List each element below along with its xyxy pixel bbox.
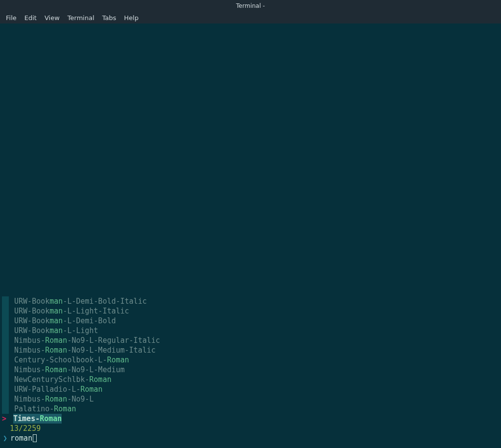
menu-file[interactable]: File xyxy=(2,13,21,23)
fzf-result-row[interactable]: Nimbus-Roman-No9-L-Medium xyxy=(2,365,498,375)
fzf-result-text: Palatino-Roman xyxy=(14,404,76,414)
menu-help[interactable]: Help xyxy=(120,13,143,23)
fzf-result-text: URW-Bookman-L-Demi-Bold-Italic xyxy=(14,296,147,306)
fzf-pane: URW-Bookman-L-Demi-Bold-Italic URW-Bookm… xyxy=(0,296,501,443)
fzf-result-text: Century-Schoolbook-L-Roman xyxy=(14,355,129,365)
fzf-gutter xyxy=(2,365,9,375)
menu-tabs[interactable]: Tabs xyxy=(98,13,120,23)
fzf-result-row[interactable]: URW-Bookman-L-Light-Italic xyxy=(2,306,498,316)
window-title: Terminal - xyxy=(236,2,265,9)
fzf-prompt-row[interactable]: ❯ roman xyxy=(2,433,498,443)
fzf-count: 13/2259 xyxy=(10,424,41,433)
window-titlebar: Terminal - xyxy=(0,0,501,12)
fzf-gutter xyxy=(2,326,9,336)
fzf-result-text: Nimbus-Roman-No9-L-Medium xyxy=(14,365,125,375)
fzf-result-text: Nimbus-Roman-No9-L-Regular-Italic xyxy=(14,336,160,345)
fzf-result-row[interactable]: URW-Bookman-L-Demi-Bold-Italic xyxy=(2,296,498,306)
fzf-gutter xyxy=(2,316,9,326)
fzf-result-row[interactable]: Palatino-Roman xyxy=(2,404,498,414)
fzf-result-row[interactable]: URW-Bookman-L-Demi-Bold xyxy=(2,316,498,326)
fzf-count-row: 13/2259 xyxy=(2,424,498,433)
fzf-gutter xyxy=(2,345,9,355)
fzf-results-list: URW-Bookman-L-Demi-Bold-Italic URW-Bookm… xyxy=(2,296,498,424)
fzf-prompt-icon: ❯ xyxy=(2,433,10,443)
fzf-gutter xyxy=(2,306,9,316)
fzf-result-row[interactable]: > Times-Roman xyxy=(2,414,498,424)
text-cursor-icon xyxy=(33,434,37,442)
fzf-result-row[interactable]: URW-Bookman-L-Light xyxy=(2,326,498,336)
fzf-gutter xyxy=(2,404,9,414)
fzf-gutter xyxy=(2,355,9,365)
fzf-result-row[interactable]: URW-Palladio-L-Roman xyxy=(2,384,498,394)
fzf-result-row[interactable]: NewCenturySchlbk-Roman xyxy=(2,375,498,384)
fzf-result-text: URW-Palladio-L-Roman xyxy=(14,384,103,394)
fzf-query-input[interactable]: roman xyxy=(10,433,32,443)
fzf-gutter xyxy=(2,375,9,384)
fzf-gutter xyxy=(2,336,9,345)
fzf-result-text: Nimbus-Roman-No9-L-Medium-Italic xyxy=(14,345,156,355)
fzf-result-text: URW-Bookman-L-Light xyxy=(14,326,98,336)
fzf-gutter xyxy=(2,296,9,306)
fzf-result-row[interactable]: Century-Schoolbook-L-Roman xyxy=(2,355,498,365)
fzf-result-text: Times-Roman xyxy=(13,414,62,424)
menu-view[interactable]: View xyxy=(41,13,64,23)
fzf-gutter xyxy=(2,384,9,394)
fzf-result-text: NewCenturySchlbk-Roman xyxy=(14,375,112,384)
menu-terminal[interactable]: Terminal xyxy=(64,13,98,23)
fzf-result-text: URW-Bookman-L-Light-Italic xyxy=(14,306,129,316)
fzf-result-text: Nimbus-Roman-No9-L xyxy=(14,394,94,404)
fzf-pointer-icon: > xyxy=(2,414,9,424)
fzf-result-row[interactable]: Nimbus-Roman-No9-L-Regular-Italic xyxy=(2,336,498,345)
menubar: File Edit View Terminal Tabs Help xyxy=(0,12,501,23)
menu-edit[interactable]: Edit xyxy=(21,13,41,23)
fzf-gutter xyxy=(2,394,9,404)
fzf-result-row[interactable]: Nimbus-Roman-No9-L-Medium-Italic xyxy=(2,345,498,355)
terminal-viewport[interactable]: URW-Bookman-L-Demi-Bold-Italic URW-Bookm… xyxy=(0,23,501,448)
fzf-result-row[interactable]: Nimbus-Roman-No9-L xyxy=(2,394,498,404)
fzf-result-text: URW-Bookman-L-Demi-Bold xyxy=(14,316,116,326)
